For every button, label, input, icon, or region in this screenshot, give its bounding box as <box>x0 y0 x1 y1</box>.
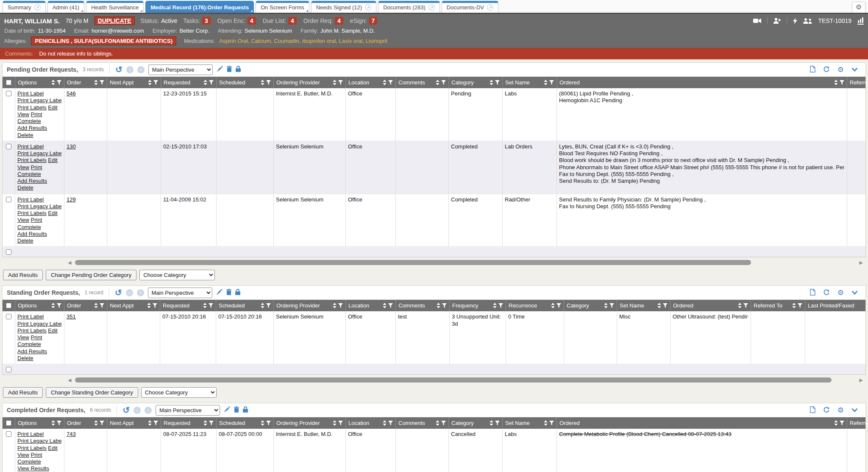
option-link-print-label[interactable]: Print Label <box>17 313 44 320</box>
sort-icon[interactable] <box>436 80 440 85</box>
column-header-scheduled[interactable]: Scheduled <box>216 300 274 311</box>
filter-funnel-icon[interactable] <box>338 80 343 85</box>
column-header-set-name[interactable]: Set Name <box>617 300 670 311</box>
sort-icon[interactable] <box>493 303 497 308</box>
scroll-right-arrow[interactable]: ▶ <box>860 260 863 265</box>
filter-funnel-icon[interactable] <box>153 303 157 308</box>
popout-icon[interactable]: ↗ <box>365 4 371 11</box>
column-header-recurrence[interactable]: Recurrence <box>506 300 564 311</box>
scroll-right-arrow[interactable]: ▶ <box>860 377 863 383</box>
sort-icon[interactable] <box>94 303 98 308</box>
column-header-next-appt[interactable]: Next Appt <box>107 300 160 311</box>
column-header-set-name[interactable]: Set Name <box>503 417 557 429</box>
next-circle-icon[interactable]: › <box>137 289 144 296</box>
column-header-options[interactable]: Options <box>15 417 64 429</box>
column-header-options[interactable]: Options <box>15 300 64 311</box>
perspective-select[interactable]: Main Perspective <box>148 64 213 75</box>
counter-badge[interactable]: 4 <box>335 17 343 25</box>
filter-funnel-icon[interactable] <box>100 303 104 308</box>
filter-funnel-icon[interactable] <box>388 421 393 425</box>
tab-summary[interactable]: Summary↗ <box>3 1 46 13</box>
option-link-print[interactable]: Print <box>31 217 42 223</box>
option-link-complete[interactable]: Complete <box>17 458 41 465</box>
filter-funnel-icon[interactable] <box>743 303 748 308</box>
choose-category-select[interactable]: Choose Category <box>139 270 215 280</box>
option-link-view[interactable]: View <box>17 164 29 170</box>
sort-icon[interactable] <box>51 420 55 426</box>
option-link-print-label[interactable]: Print Label <box>17 143 44 150</box>
lock-icon[interactable] <box>243 406 248 413</box>
scroll-left-arrow[interactable]: ◀ <box>68 260 71 265</box>
chevron-down-icon[interactable] <box>851 290 858 295</box>
row-checkbox[interactable] <box>6 144 11 149</box>
tab-needs-signed-12[interactable]: Needs Signed (12)↗ <box>311 1 376 13</box>
filter-funnel-icon[interactable] <box>153 80 158 85</box>
option-link-print[interactable]: Print <box>31 111 42 117</box>
option-link-view[interactable]: View <box>17 452 29 458</box>
filter-funnel-icon[interactable] <box>100 421 104 425</box>
people-icon[interactable] <box>803 18 812 24</box>
refresh-icon[interactable] <box>823 66 830 72</box>
sort-icon[interactable] <box>383 420 387 426</box>
medication-link[interactable]: Lisinopril <box>365 38 387 44</box>
trash-icon[interactable] <box>234 406 239 413</box>
filter-funnel-icon[interactable] <box>209 303 213 308</box>
option-link-print-labels[interactable]: Print Labels <box>17 445 47 451</box>
duplicate-badge[interactable]: DUPLICATE <box>95 17 135 25</box>
column-header-referred-to[interactable]: Referred To <box>847 77 868 88</box>
refresh-icon[interactable] <box>823 289 830 295</box>
filter-funnel-icon[interactable] <box>266 303 271 308</box>
prev-circle-icon[interactable]: ‹ <box>134 407 141 414</box>
pencil-icon[interactable] <box>224 406 230 413</box>
row-checkbox[interactable] <box>6 431 11 437</box>
option-link-print-label[interactable]: Print Label <box>17 431 44 437</box>
tab-on-screen-forms[interactable]: On Screen Forms <box>256 1 309 13</box>
option-link-print[interactable]: Print <box>31 452 42 458</box>
sort-icon[interactable] <box>333 420 337 426</box>
option-link-complete[interactable]: Complete <box>17 224 41 230</box>
option-link-complete[interactable]: Complete <box>17 341 41 347</box>
sort-icon[interactable] <box>203 80 207 85</box>
sort-icon[interactable] <box>333 80 337 85</box>
sort-icon[interactable] <box>333 303 337 308</box>
column-header-requested[interactable]: Requested <box>161 417 217 429</box>
filter-funnel-icon[interactable] <box>209 80 214 85</box>
option-link-print-labels[interactable]: Print Labels <box>17 104 47 111</box>
column-header-comments[interactable]: Comments <box>396 417 449 429</box>
filter-funnel-icon[interactable] <box>153 421 158 425</box>
option-link-print-labels[interactable]: Print Labels <box>17 157 47 163</box>
column-header-ordering-provider[interactable]: Ordering Provider <box>274 300 346 311</box>
scroll-left-arrow[interactable]: ◀ <box>68 377 71 383</box>
option-link-print-legacy-label[interactable]: Print Legacy Label <box>17 97 61 103</box>
column-header-frequency[interactable]: Frequency <box>450 300 506 311</box>
undo-icon[interactable]: ↺ <box>115 65 122 74</box>
option-link-print-labels[interactable]: Print Labels <box>17 327 47 334</box>
filter-funnel-icon[interactable] <box>663 303 668 308</box>
sort-icon[interactable] <box>203 420 207 426</box>
column-header-scheduled[interactable]: Scheduled <box>217 77 274 88</box>
option-link-print-legacy-label[interactable]: Print Legacy Label <box>17 438 61 444</box>
sort-icon[interactable] <box>51 80 55 85</box>
option-link-edit[interactable]: Edit <box>48 445 57 451</box>
column-header-location[interactable]: Location <box>346 77 396 88</box>
sort-icon[interactable] <box>551 303 555 308</box>
change-standing-order-category-button[interactable]: Change Standing Order Category <box>46 387 138 398</box>
filter-funnel-icon[interactable] <box>57 80 61 85</box>
counter-badge[interactable]: 3 <box>202 17 211 25</box>
sort-icon[interactable] <box>383 80 387 85</box>
option-link-print[interactable]: Print <box>31 334 42 341</box>
document-icon[interactable] <box>810 406 815 413</box>
filter-funnel-icon[interactable] <box>495 421 500 425</box>
filter-funnel-icon[interactable] <box>556 303 561 308</box>
option-link-add-results[interactable]: Add Results <box>17 125 47 131</box>
filter-funnel-icon[interactable] <box>840 421 844 425</box>
chevron-down-icon[interactable] <box>851 67 858 72</box>
filter-funnel-icon[interactable] <box>441 80 446 85</box>
select-all-checkbox[interactable] <box>6 303 11 308</box>
document-icon[interactable] <box>810 289 815 296</box>
gear-icon[interactable]: ⚙ <box>837 289 844 296</box>
option-link-delete[interactable]: Delete <box>17 355 33 361</box>
lock-icon[interactable] <box>235 289 240 295</box>
counter-badge[interactable]: 4 <box>248 17 256 25</box>
tab-admin-41[interactable]: Admin (41) <box>47 1 85 13</box>
